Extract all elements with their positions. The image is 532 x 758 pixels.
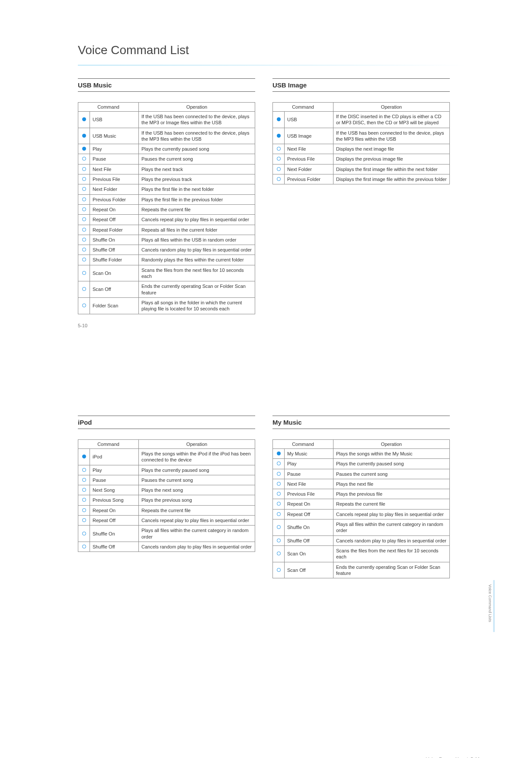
table-row: Previous FolderPlays the first file in t… bbox=[78, 194, 255, 204]
table-row: USB MusicIf the USB has been connected t… bbox=[78, 128, 255, 144]
bullet-open-icon bbox=[273, 479, 285, 489]
table-usb-image: Command Operation USBIf the DISC inserte… bbox=[272, 102, 450, 184]
bullet-open-icon bbox=[78, 154, 90, 164]
operation-cell: Scans the files from the next files for … bbox=[333, 545, 450, 562]
table-row: PausePauses the current song bbox=[78, 154, 255, 164]
operation-cell: Plays the first file in the previous fol… bbox=[139, 194, 255, 204]
table-row: USBIf the DISC inserted in the CD plays … bbox=[273, 112, 450, 128]
operation-cell: Plays the next track bbox=[139, 164, 255, 174]
bullet-open-icon bbox=[273, 469, 285, 479]
bullet-open-icon bbox=[78, 174, 90, 184]
table-row: Repeat OnRepeats the current file bbox=[78, 204, 255, 214]
table-row: Repeat OffCancels repeat play to play fi… bbox=[78, 215, 255, 225]
bullet-open-icon bbox=[273, 499, 285, 509]
operation-cell: If the USB has been connected to the dev… bbox=[139, 112, 255, 128]
table-row: Scan OffEnds the currently operating Sca… bbox=[78, 281, 255, 298]
command-cell: Play bbox=[285, 459, 333, 469]
command-cell: Shuffle Off bbox=[90, 542, 139, 552]
operation-cell: Displays the first image file within the… bbox=[333, 164, 450, 174]
command-cell: Shuffle On bbox=[285, 519, 333, 536]
table-row: Previous FilePlays the previous file bbox=[273, 489, 450, 499]
table-row: Repeat OnRepeats the current file bbox=[78, 505, 255, 515]
section-title-my-music: My Music bbox=[272, 416, 450, 429]
table-row: My MusicPlays the songs within the My Mu… bbox=[273, 449, 450, 459]
bullet-open-icon bbox=[273, 489, 285, 499]
bullet-open-icon bbox=[273, 144, 285, 154]
command-cell: Play bbox=[90, 465, 139, 475]
operation-cell: Ends the currently operating Scan or Fol… bbox=[333, 562, 450, 578]
command-cell: Shuffle On bbox=[90, 235, 139, 245]
command-cell: Next File bbox=[285, 144, 333, 154]
bullet-open-icon bbox=[273, 154, 285, 164]
bullet-open-icon bbox=[273, 164, 285, 174]
bullet-filled-icon bbox=[78, 128, 90, 144]
command-cell: Next File bbox=[90, 164, 139, 174]
page-number-left: 5-10 bbox=[78, 323, 480, 328]
side-tab: Voice Command Lists bbox=[488, 580, 493, 632]
table-row: PlayPlays the currently paused song bbox=[78, 465, 255, 475]
command-cell: Scan On bbox=[90, 265, 139, 281]
bullet-open-icon bbox=[78, 164, 90, 174]
table-row: USB ImageIf the USB has been connected t… bbox=[273, 128, 450, 144]
bullet-filled-icon bbox=[273, 128, 285, 144]
command-cell: Pause bbox=[90, 475, 139, 485]
command-cell: Scan Off bbox=[90, 281, 139, 298]
operation-cell: Plays the next file bbox=[333, 479, 450, 489]
table-row: Next FolderDisplays the first image file… bbox=[273, 164, 450, 174]
table-row: Shuffle OffCancels random play to play f… bbox=[78, 542, 255, 552]
table-row: Next FolderPlays the first file in the n… bbox=[78, 184, 255, 194]
operation-cell: Plays the previous track bbox=[139, 174, 255, 184]
table-row: Previous FolderDisplays the first image … bbox=[273, 174, 450, 184]
bullet-open-icon bbox=[273, 562, 285, 578]
operation-cell: If the USB has been connected to the dev… bbox=[139, 128, 255, 144]
bullet-open-icon bbox=[273, 535, 285, 545]
command-cell: Repeat Folder bbox=[90, 225, 139, 235]
operation-cell: Plays the currently paused song bbox=[139, 144, 255, 154]
operation-cell: Plays the currently paused song bbox=[333, 459, 450, 469]
bullet-open-icon bbox=[78, 255, 90, 265]
bullet-open-icon bbox=[78, 281, 90, 298]
operation-cell: Plays the songs within the My Music bbox=[333, 449, 450, 459]
header-command: Command bbox=[78, 103, 139, 112]
command-cell: Pause bbox=[90, 154, 139, 164]
operation-cell: Displays the next image file bbox=[333, 144, 450, 154]
table-row: Shuffle OnPlays all files within the cur… bbox=[273, 519, 450, 536]
operation-cell: Cancels random play to play files in seq… bbox=[333, 535, 450, 545]
bullet-open-icon bbox=[78, 475, 90, 485]
bullet-open-icon bbox=[273, 519, 285, 536]
bullet-filled-icon bbox=[78, 449, 90, 465]
command-cell: Previous File bbox=[285, 489, 333, 499]
command-cell: Previous Folder bbox=[285, 174, 333, 184]
header-command: Command bbox=[78, 440, 139, 449]
table-row: Scan OffEnds the currently operating Sca… bbox=[273, 562, 450, 578]
table-row: Shuffle OnPlays all files within the USB… bbox=[78, 235, 255, 245]
operation-cell: Plays all files within the current categ… bbox=[139, 526, 255, 542]
command-cell: Shuffle Folder bbox=[90, 255, 139, 265]
operation-cell: Displays the first image file within the… bbox=[333, 174, 450, 184]
table-row: Previous SongPlays the previous song bbox=[78, 495, 255, 505]
operation-cell: Cancels repeat play to play files in seq… bbox=[333, 509, 450, 519]
table-usb-music: Command Operation USBIf the USB has been… bbox=[78, 102, 255, 314]
operation-cell: Displays the previous image file bbox=[333, 154, 450, 164]
section-my-music: My Music Command Operation My MusicPlays… bbox=[272, 416, 450, 578]
command-cell: Scan Off bbox=[285, 562, 333, 578]
command-cell: USB bbox=[285, 112, 333, 128]
operation-cell: Plays all files within the USB in random… bbox=[139, 235, 255, 245]
operation-cell: Scans the files from the next files for … bbox=[139, 265, 255, 281]
table-row: Next SongPlays the next song bbox=[78, 485, 255, 495]
operation-cell: Repeats the current file bbox=[139, 505, 255, 515]
operation-cell: If the USB has been connected to the dev… bbox=[333, 128, 450, 144]
table-row: Shuffle OffCancels random play to play f… bbox=[273, 535, 450, 545]
bullet-open-icon bbox=[78, 495, 90, 505]
command-cell: Repeat On bbox=[285, 499, 333, 509]
command-cell: Previous Folder bbox=[90, 194, 139, 204]
bullet-open-icon bbox=[78, 215, 90, 225]
operation-cell: Cancels repeat play to play files in seq… bbox=[139, 516, 255, 526]
bullet-open-icon bbox=[78, 485, 90, 495]
operation-cell: Plays all files within the current categ… bbox=[333, 519, 450, 536]
bullet-open-icon bbox=[78, 235, 90, 245]
command-cell: Repeat Off bbox=[90, 215, 139, 225]
command-cell: My Music bbox=[285, 449, 333, 459]
bullet-open-icon bbox=[78, 516, 90, 526]
bullet-open-icon bbox=[78, 184, 90, 194]
